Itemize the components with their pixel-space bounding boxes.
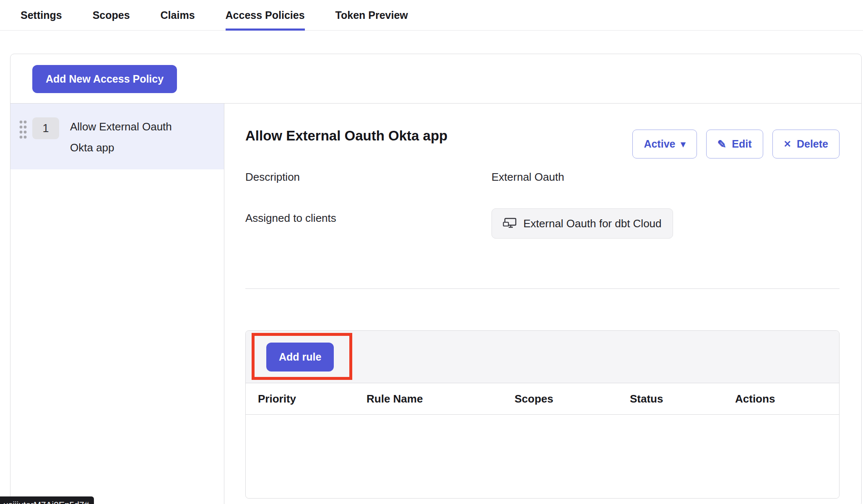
tab-settings[interactable]: Settings [21,0,62,31]
tab-claims[interactable]: Claims [161,0,195,31]
rules-table: Add rule Priority Rule Name Scopes Statu… [245,330,840,499]
column-header-rule-name: Rule Name [367,392,515,405]
delete-policy-button[interactable]: ✕ Delete [772,130,840,158]
active-status-dropdown[interactable]: Active ▾ [632,130,697,158]
drag-handle-icon[interactable] [19,120,27,142]
policies-toolbar: Add New Access Policy [10,54,861,104]
policy-detail-panel: Allow External Oauth Okta app Active ▾ ✎… [224,104,861,504]
column-header-priority: Priority [258,392,367,405]
tab-scopes[interactable]: Scopes [93,0,130,31]
assigned-client-name: External Oauth for dbt Cloud [523,217,662,230]
tab-token-preview[interactable]: Token Preview [335,0,408,31]
add-new-access-policy-button[interactable]: Add New Access Policy [32,65,177,93]
tab-bar: Settings Scopes Claims Access Policies T… [0,0,863,31]
chevron-down-icon: ▾ [681,140,685,149]
close-icon: ✕ [784,140,791,149]
rules-table-empty-body [246,415,839,498]
tab-access-policies[interactable]: Access Policies [226,0,305,31]
policy-list-item[interactable]: 1 Allow External Oauth Okta app [10,104,224,169]
active-status-label: Active [644,138,675,150]
description-label: Description [245,171,300,184]
rules-toolbar: Add rule [246,331,839,383]
column-header-status: Status [630,392,735,405]
column-header-scopes: Scopes [515,392,630,405]
assigned-to-clients-label: Assigned to clients [245,212,336,225]
rules-table-header: Priority Rule Name Scopes Status Actions [246,383,839,415]
policy-list: 1 Allow External Oauth Okta app [10,104,224,504]
delete-button-label: Delete [797,138,828,150]
policy-name-label: Allow External Oauth Okta app [70,116,196,158]
pencil-icon: ✎ [717,139,727,150]
description-value: External Oauth [491,171,564,184]
add-rule-button[interactable]: Add rule [266,343,334,372]
policy-action-buttons: Active ▾ ✎ Edit ✕ Delete [632,130,840,158]
column-header-actions: Actions [735,392,839,405]
policy-priority-badge: 1 [32,117,59,139]
link-status-tooltip: usijiutarM7Aj0Ep5d7# [0,496,94,504]
section-divider [245,288,840,289]
computer-icon [503,217,517,230]
edit-policy-button[interactable]: ✎ Edit [706,130,763,158]
edit-button-label: Edit [732,138,751,150]
access-policies-panel: Add New Access Policy 1 Allow Ext [10,54,862,504]
assigned-client-chip: External Oauth for dbt Cloud [491,208,673,239]
policy-title: Allow External Oauth Okta app [245,128,447,144]
